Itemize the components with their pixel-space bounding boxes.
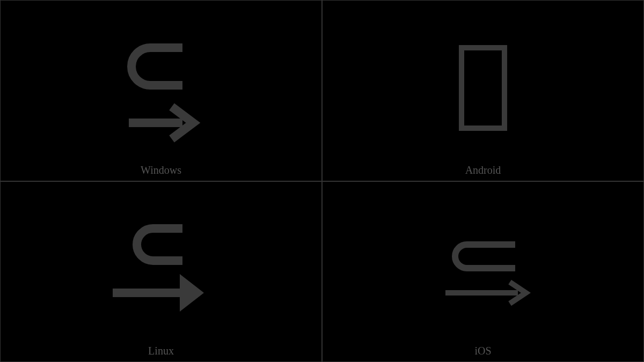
svg-rect-1: [462, 48, 504, 128]
cell-linux: Linux: [0, 181, 322, 363]
glyph-android: [323, 1, 643, 181]
cell-windows: Windows: [0, 0, 322, 181]
glyph-windows: [1, 1, 321, 181]
cell-label: Android: [323, 164, 643, 176]
cell-label: Windows: [1, 164, 321, 176]
cell-label: Linux: [1, 345, 321, 357]
glyph-linux: [1, 182, 321, 362]
cell-label: iOS: [323, 345, 643, 357]
glyph-ios: [323, 182, 643, 362]
cell-android: Android: [322, 0, 644, 181]
glyph-comparison-grid: Windows Android Linux: [0, 0, 644, 362]
cell-ios: iOS: [322, 181, 644, 363]
